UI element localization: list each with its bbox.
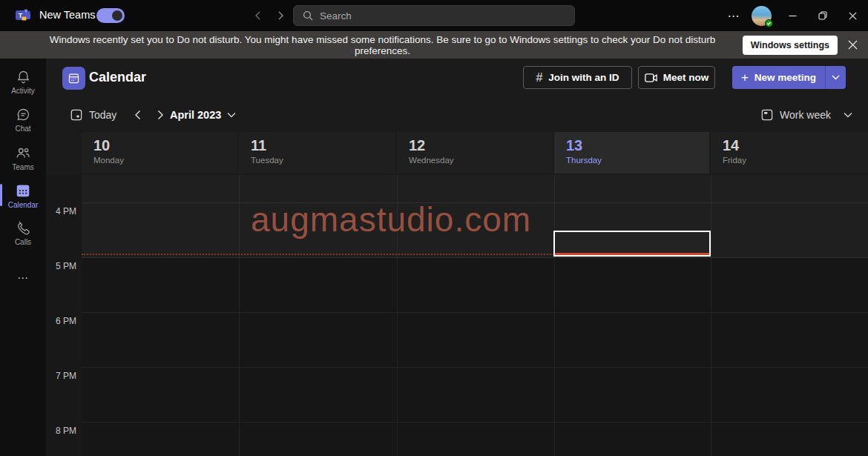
time-label: 7 PM <box>56 371 76 381</box>
day-name: Tuesday <box>251 156 395 165</box>
search-bar[interactable] <box>293 5 575 26</box>
next-week-button[interactable] <box>151 106 169 124</box>
chevron-left-icon <box>134 110 142 120</box>
sidebar-item-calendar[interactable]: Calendar <box>0 176 46 214</box>
chevron-down-icon <box>844 112 852 118</box>
hour-line <box>82 257 868 258</box>
sidebar-item-label: Activity <box>11 87 35 95</box>
sidebar-item-chat[interactable]: Chat <box>0 101 46 139</box>
sidebar-more-icon[interactable]: ⋯ <box>0 268 46 288</box>
calendar-app-icon <box>62 67 85 90</box>
sidebar-item-teams[interactable]: Teams <box>0 139 46 176</box>
camera-icon <box>645 73 657 83</box>
join-with-id-label: Join with an ID <box>548 72 619 83</box>
windows-settings-button[interactable]: Windows settings <box>743 36 838 55</box>
chevron-right-icon <box>156 110 165 120</box>
sidebar-item-activity[interactable]: Activity <box>0 63 46 101</box>
new-meeting-label: New meeting <box>754 72 816 83</box>
app-sidebar: Activity Chat Teams Calendar Calls ⋯ <box>0 59 46 456</box>
day-header-thursday-today[interactable]: 13 Thursday <box>554 132 709 174</box>
day-number: 10 <box>93 137 237 154</box>
chevron-down-icon <box>832 75 840 80</box>
page-title: Calendar <box>89 70 146 85</box>
status-available-icon <box>765 19 773 27</box>
day-number: 12 <box>409 137 553 154</box>
column-divider <box>397 175 398 456</box>
calendar-today-icon <box>70 109 82 121</box>
restore-button[interactable] <box>812 6 834 25</box>
bell-icon <box>16 69 31 85</box>
month-label: April 2023 <box>170 109 221 121</box>
current-time-indicator <box>82 254 554 255</box>
day-name: Monday <box>93 156 237 165</box>
new-meeting-split-button: + New meeting <box>732 66 846 89</box>
meet-now-label: Meet now <box>663 72 709 83</box>
phone-icon <box>16 220 31 236</box>
sidebar-item-label: Calls <box>15 238 31 246</box>
sidebar-item-label: Calendar <box>8 201 39 209</box>
new-meeting-button[interactable]: + New meeting <box>732 66 825 89</box>
title-bar: T New Teams ⋯ <box>0 0 868 31</box>
teams-logo-icon: T <box>15 7 31 24</box>
column-divider <box>239 175 240 456</box>
day-header-tuesday[interactable]: 11 Tuesday <box>239 132 395 174</box>
previous-week-button[interactable] <box>129 106 147 124</box>
current-time-indicator-segment <box>555 253 709 255</box>
user-avatar[interactable] <box>752 6 772 26</box>
work-week-icon <box>761 109 773 121</box>
hour-line <box>82 312 868 313</box>
selected-time-slot[interactable] <box>553 231 711 257</box>
sidebar-item-label: Teams <box>12 163 33 171</box>
dnd-notification-banner: Windows recently set you to Do not distu… <box>0 31 868 59</box>
time-label: 4 PM <box>56 206 76 217</box>
time-label: 5 PM <box>56 261 76 271</box>
day-name: Thursday <box>566 156 709 165</box>
toggle-knob <box>112 10 122 21</box>
column-divider <box>554 175 555 456</box>
teams-window: T New Teams ⋯ <box>0 0 868 456</box>
working-hours-area <box>82 175 868 257</box>
view-label: Work week <box>780 109 831 121</box>
time-label: 8 PM <box>56 426 76 436</box>
time-label: 6 PM <box>56 316 76 326</box>
calendar-toolbar: Today April 2023 Work week <box>46 99 868 131</box>
today-button[interactable]: Today <box>70 106 116 124</box>
banner-message: Windows recently set you to Do not distu… <box>0 34 743 56</box>
new-meeting-dropdown-button[interactable] <box>825 66 846 89</box>
nav-back-icon[interactable] <box>251 8 266 23</box>
view-switcher[interactable]: Work week <box>761 106 852 124</box>
new-teams-toggle[interactable] <box>96 8 125 23</box>
day-header-wednesday[interactable]: 12 Wednesday <box>397 132 553 174</box>
meet-now-button[interactable]: Meet now <box>638 66 715 89</box>
week-grid[interactable]: 4 PM 5 PM 6 PM 7 PM 8 PM <box>46 175 868 456</box>
calendar-main: Calendar # Join with an ID Meet now + Ne… <box>46 59 868 456</box>
day-name: Friday <box>723 156 868 165</box>
hour-line <box>82 422 868 423</box>
chevron-down-icon <box>227 112 236 118</box>
nav-forward-icon[interactable] <box>273 8 288 23</box>
column-divider <box>711 175 711 456</box>
today-label: Today <box>89 109 116 121</box>
close-button[interactable] <box>841 6 864 25</box>
chat-icon <box>16 107 31 122</box>
day-name: Wednesday <box>409 156 553 165</box>
day-number: 11 <box>251 137 395 154</box>
month-picker[interactable]: April 2023 <box>170 106 236 124</box>
people-icon <box>15 145 31 161</box>
calendar-icon <box>15 182 31 199</box>
hour-line <box>82 202 868 203</box>
minimize-button[interactable] <box>781 6 803 25</box>
day-number: 13 <box>566 137 709 154</box>
banner-close-icon[interactable] <box>848 40 858 50</box>
search-input[interactable] <box>320 10 542 22</box>
sidebar-item-calls[interactable]: Calls <box>0 214 46 252</box>
hash-icon: # <box>536 71 542 85</box>
hour-line <box>82 367 868 368</box>
day-header-row: 10 Monday 11 Tuesday 12 Wednesday 13 Thu… <box>46 131 868 174</box>
calendar-header: Calendar # Join with an ID Meet now + Ne… <box>46 59 868 99</box>
titlebar-more-icon[interactable]: ⋯ <box>724 6 743 25</box>
day-header-monday[interactable]: 10 Monday <box>82 132 237 174</box>
join-with-id-button[interactable]: # Join with an ID <box>523 66 632 89</box>
plus-icon: + <box>741 70 749 85</box>
day-header-friday[interactable]: 14 Friday <box>711 132 868 174</box>
